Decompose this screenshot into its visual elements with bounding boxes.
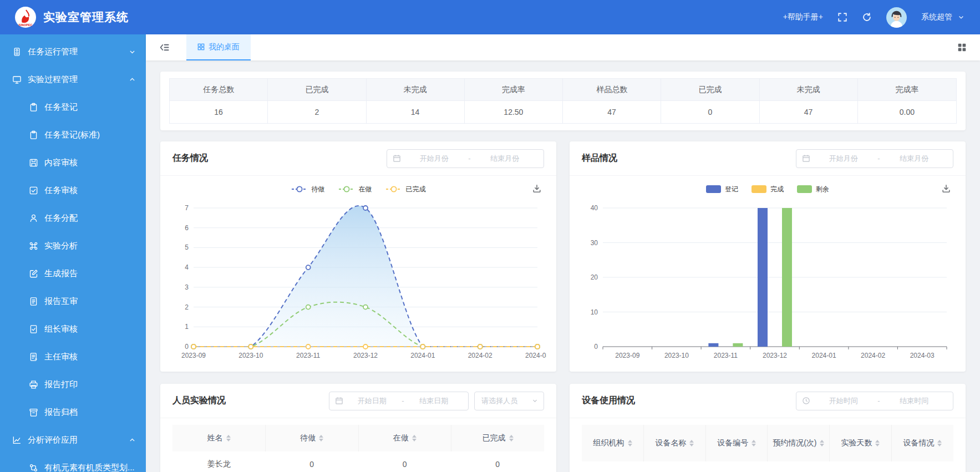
personnel-select[interactable]: 请选择人员 bbox=[474, 392, 544, 410]
column-label: 设备名称 bbox=[655, 438, 686, 448]
avatar[interactable] bbox=[886, 7, 907, 28]
sort-caret-icon[interactable] bbox=[628, 440, 632, 446]
svg-text:7: 7 bbox=[185, 204, 189, 212]
chevron-down-icon bbox=[129, 48, 136, 55]
sidebar-item-7[interactable]: 实验分析 bbox=[0, 232, 146, 260]
column-header[interactable]: 实验天数 bbox=[830, 425, 892, 461]
sidebar-item-11[interactable]: 主任审核 bbox=[0, 343, 146, 371]
download-icon[interactable] bbox=[941, 184, 951, 194]
stat-value: 14 bbox=[367, 101, 465, 123]
clipboard-icon bbox=[29, 130, 38, 140]
legend-item[interactable]: 完成 bbox=[751, 185, 784, 194]
user-name: 系统超管 bbox=[921, 12, 952, 22]
dashboard-grid-icon[interactable] bbox=[957, 43, 967, 52]
equipment-table: 组织机构设备名称设备编号预约情况(次)实验天数设备情况 bbox=[582, 425, 953, 461]
sidebar-item-14[interactable]: 分析评价应用 bbox=[0, 426, 146, 454]
app-root: SINOPEC 实验室管理系统 +帮助手册+ bbox=[0, 0, 980, 472]
sort-caret-icon[interactable] bbox=[689, 440, 694, 446]
user-icon bbox=[29, 214, 38, 223]
svg-text:2024-02: 2024-02 bbox=[468, 352, 492, 359]
stat-value: 0 bbox=[661, 101, 759, 123]
column-header[interactable]: 设备名称 bbox=[644, 425, 706, 461]
table-cell: 0 bbox=[358, 451, 451, 472]
sidebar-item-3[interactable]: 任务登记(标准) bbox=[0, 121, 146, 149]
panel-title: 样品情况 bbox=[582, 153, 617, 164]
column-header[interactable]: 预约情况(次) bbox=[768, 425, 830, 461]
range-separator: - bbox=[876, 154, 881, 163]
sort-caret-icon[interactable] bbox=[751, 440, 756, 446]
legend-item[interactable]: 已完成 bbox=[385, 185, 426, 194]
sort-caret-icon[interactable] bbox=[509, 435, 514, 441]
sidebar-item-1[interactable]: 实验过程管理 bbox=[0, 65, 146, 93]
column-header[interactable]: 已完成 bbox=[451, 425, 545, 451]
personnel-table: 姓名待做在做已完成姜长龙000 bbox=[172, 425, 544, 472]
task-line-chart: 012345672023-092023-102023-112023-122024… bbox=[170, 200, 546, 366]
stat-column-header: 未完成 bbox=[367, 79, 465, 101]
svg-text:2: 2 bbox=[185, 303, 189, 311]
column-header[interactable]: 设备编号 bbox=[705, 425, 768, 461]
column-label: 已完成 bbox=[483, 433, 506, 443]
help-manual-link[interactable]: +帮助手册+ bbox=[783, 12, 823, 22]
column-header[interactable]: 姓名 bbox=[172, 425, 266, 451]
legend-item[interactable]: 登记 bbox=[706, 185, 738, 194]
sort-caret-icon[interactable] bbox=[820, 440, 824, 446]
printer-icon bbox=[29, 380, 38, 389]
sort-caret-icon[interactable] bbox=[226, 435, 231, 441]
user-menu[interactable]: 系统超管 bbox=[921, 12, 964, 22]
sidebar-item-13[interactable]: 报告归档 bbox=[0, 398, 146, 426]
sidebar-item-label: 实验过程管理 bbox=[28, 74, 78, 85]
stat-value: 12.50 bbox=[465, 101, 563, 123]
column-header[interactable]: 设备情况 bbox=[891, 425, 953, 461]
svg-text:2024-01: 2024-01 bbox=[410, 352, 435, 359]
column-header[interactable]: 待做 bbox=[266, 425, 359, 451]
svg-text:2024-01: 2024-01 bbox=[812, 352, 836, 359]
legend-swatch-icon bbox=[797, 185, 812, 193]
clock-icon bbox=[802, 397, 810, 405]
sidebar-item-10[interactable]: 组长审核 bbox=[0, 315, 146, 343]
sort-caret-icon[interactable] bbox=[319, 435, 323, 441]
column-header[interactable]: 在做 bbox=[358, 425, 451, 451]
calendar-icon bbox=[335, 397, 343, 405]
sidebar-item-6[interactable]: 任务分配 bbox=[0, 204, 146, 232]
legend-swatch-icon bbox=[338, 185, 355, 193]
column-header[interactable]: 组织机构 bbox=[582, 425, 644, 461]
main-area: 我的桌面 任务总数已完成未完成完成率样品总数已完成未完成完成率1621412.5… bbox=[146, 34, 980, 472]
range-end-placeholder: 结束月份 bbox=[472, 154, 538, 164]
legend-item[interactable]: 在做 bbox=[338, 185, 372, 194]
stat-column-header: 完成率 bbox=[858, 79, 956, 101]
save-icon bbox=[29, 158, 38, 168]
fullscreen-icon[interactable] bbox=[837, 12, 847, 22]
chart-line-icon bbox=[12, 435, 22, 445]
sidebar-item-4[interactable]: 内容审核 bbox=[0, 149, 146, 176]
tab-my-desktop[interactable]: 我的桌面 bbox=[186, 34, 251, 60]
sidebar-item-8[interactable]: 生成报告 bbox=[0, 260, 146, 287]
sort-caret-icon[interactable] bbox=[412, 435, 417, 441]
range-end-placeholder: 结束月份 bbox=[881, 154, 947, 164]
chevron-up-icon bbox=[129, 437, 136, 444]
sidebar-item-label: 主任审核 bbox=[44, 352, 78, 362]
legend-item[interactable]: 剩余 bbox=[797, 185, 829, 194]
sidebar-item-9[interactable]: 报告互审 bbox=[0, 287, 146, 315]
svg-text:6: 6 bbox=[185, 224, 189, 232]
sidebar-item-5[interactable]: 任务审核 bbox=[0, 176, 146, 204]
personnel-date-range-picker[interactable]: 开始日期 - 结束日期 bbox=[329, 392, 469, 410]
sort-caret-icon[interactable] bbox=[875, 440, 880, 446]
sidebar-item-0[interactable]: 任务运行管理 bbox=[0, 38, 146, 65]
task-month-range-picker[interactable]: 开始月份 - 结束月份 bbox=[387, 149, 544, 168]
legend-item[interactable]: 待做 bbox=[291, 185, 325, 194]
svg-text:2024-02: 2024-02 bbox=[861, 352, 885, 359]
table-row[interactable]: 姜长龙000 bbox=[172, 451, 544, 472]
sidebar-item-15[interactable]: 有机元素有机质类型划... bbox=[0, 454, 146, 472]
sidebar-item-label: 任务审核 bbox=[44, 185, 78, 196]
refresh-icon[interactable] bbox=[862, 12, 872, 22]
svg-text:40: 40 bbox=[591, 204, 598, 212]
sample-month-range-picker[interactable]: 开始月份 - 结束月份 bbox=[796, 149, 953, 168]
svg-text:2024-03: 2024-03 bbox=[910, 352, 935, 359]
sidebar-item-12[interactable]: 报告打印 bbox=[0, 371, 146, 398]
sort-caret-icon[interactable] bbox=[937, 440, 942, 446]
sidebar-fold-icon[interactable] bbox=[159, 42, 170, 53]
sidebar-item-2[interactable]: 任务登记 bbox=[0, 93, 146, 121]
equipment-time-range-picker[interactable]: 开始时间 - 结束时间 bbox=[796, 392, 953, 410]
download-icon[interactable] bbox=[532, 184, 542, 194]
column-label: 待做 bbox=[300, 433, 316, 443]
